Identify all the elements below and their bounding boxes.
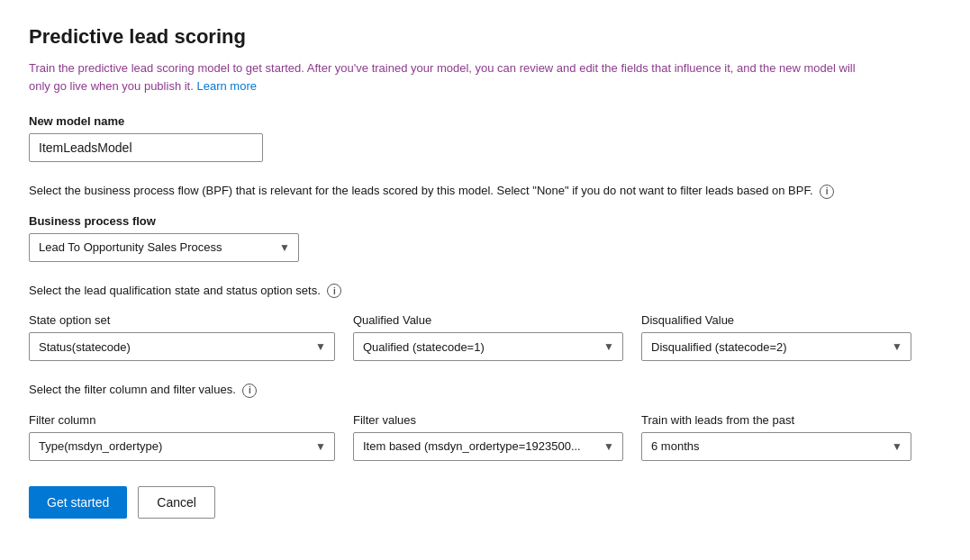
bpf-select[interactable]: None Lead To Opportunity Sales Process P… [29,233,299,262]
bpf-select-wrapper: None Lead To Opportunity Sales Process P… [29,233,299,262]
disqualified-value-wrapper: Disqualified (statecode=2) ▼ [641,332,911,361]
qualified-value-label: Qualified Value [353,313,623,327]
model-name-label: New model name [29,114,941,128]
disqualified-value-label: Disqualified Value [641,313,911,327]
filter-column-select[interactable]: Type(msdyn_ordertype) [29,432,335,461]
button-row: Get started Cancel [29,486,941,519]
filter-description: Select the filter column and filter valu… [29,381,893,399]
state-option-set-select[interactable]: Status(statecode) [29,332,335,361]
qualified-value-select[interactable]: Qualified (statecode=1) [353,332,623,361]
intro-text: Train the predictive lead scoring model … [29,59,857,95]
filter-column-label: Filter column [29,413,335,427]
get-started-button[interactable]: Get started [29,486,127,519]
train-past-select[interactable]: 1 month 3 months 6 months 12 months 24 m… [641,432,911,461]
learn-more-link[interactable]: Learn more [196,79,256,93]
qualified-value-field: Qualified Value Qualified (statecode=1) … [353,313,623,361]
state-option-set-field: State option set Status(statecode) ▼ [29,313,335,361]
filter-column-field: Filter column Type(msdyn_ordertype) ▼ [29,413,335,461]
train-past-label: Train with leads from the past [641,413,911,427]
state-option-set-wrapper: Status(statecode) ▼ [29,332,335,361]
disqualified-value-select[interactable]: Disqualified (statecode=2) [641,332,911,361]
model-name-section: New model name [29,114,941,162]
bpf-section: Select the business process flow (BPF) t… [29,182,941,262]
filter-section: Select the filter column and filter valu… [29,381,941,461]
intro-body: Train the predictive lead scoring model … [29,61,856,93]
filter-column-wrapper: Type(msdyn_ordertype) ▼ [29,432,335,461]
filter-info-icon[interactable]: i [242,384,257,398]
filter-values-field: Filter values Item based (msdyn_ordertyp… [353,413,623,461]
train-past-wrapper: 1 month 3 months 6 months 12 months 24 m… [641,432,911,461]
filter-grid: Filter column Type(msdyn_ordertype) ▼ Fi… [29,413,941,461]
state-option-set-label: State option set [29,313,335,327]
page-title: Predictive lead scoring [29,25,941,49]
filter-values-select[interactable]: Item based (msdyn_ordertype=1923500... [353,432,623,461]
cancel-button[interactable]: Cancel [138,486,215,519]
qualification-grid: State option set Status(statecode) ▼ Qua… [29,313,941,361]
filter-values-label: Filter values [353,413,623,427]
bpf-info-icon[interactable]: i [820,185,834,199]
train-past-field: Train with leads from the past 1 month 3… [641,413,911,461]
disqualified-value-field: Disqualified Value Disqualified (stateco… [641,313,911,361]
bpf-label: Business process flow [29,214,941,228]
qualified-value-wrapper: Qualified (statecode=1) ▼ [353,332,623,361]
qualification-section: Select the lead qualification state and … [29,282,941,362]
filter-values-wrapper: Item based (msdyn_ordertype=1923500... ▼ [353,432,623,461]
qualification-info-icon[interactable]: i [327,284,341,298]
model-name-input[interactable] [29,133,263,162]
bpf-description: Select the business process flow (BPF) t… [29,182,893,200]
qualification-description: Select the lead qualification state and … [29,282,893,300]
